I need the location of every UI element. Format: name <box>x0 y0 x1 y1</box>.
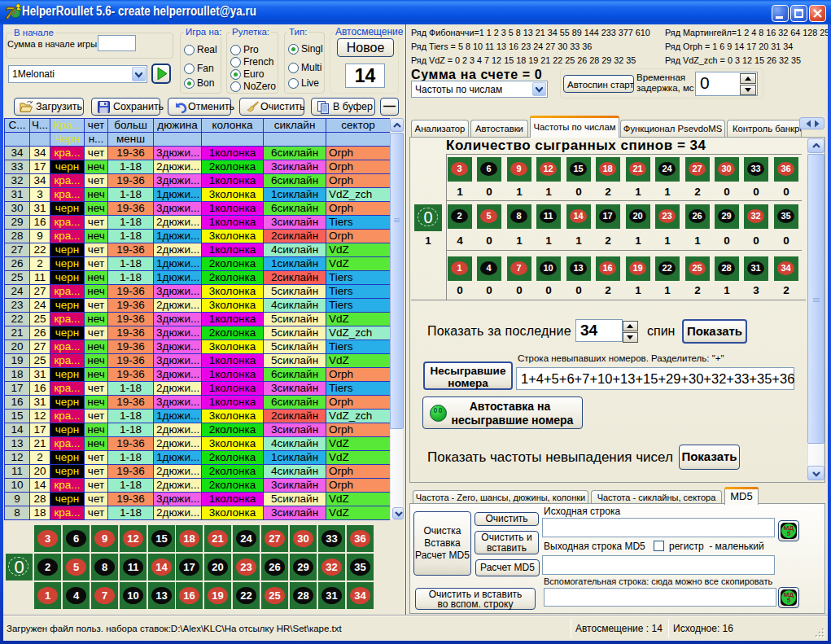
svg-text:7: 7 <box>5 2 15 22</box>
